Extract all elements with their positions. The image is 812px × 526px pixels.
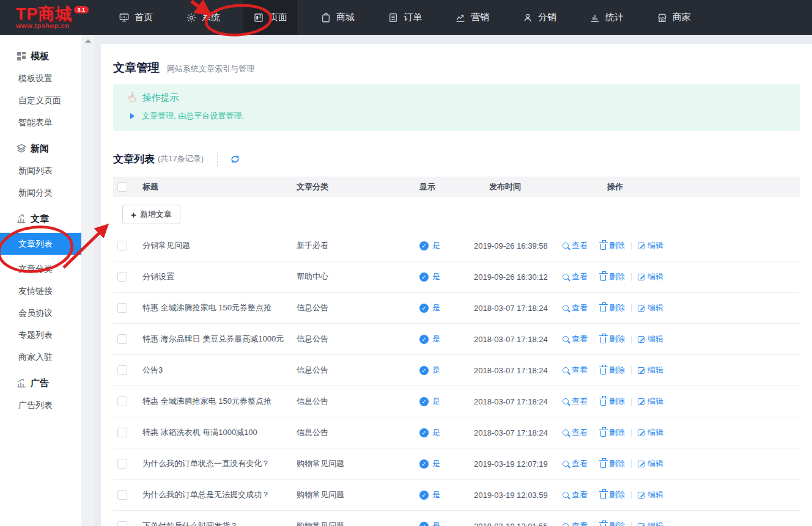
divider <box>631 367 632 374</box>
nav-item-merchant[interactable]: 商家 <box>647 0 701 35</box>
nav-item-mall[interactable]: 商城 <box>311 0 364 35</box>
visible-cell: ✓是 <box>419 396 440 407</box>
divider <box>631 460 632 468</box>
nav-item-page[interactable]: 页面 <box>243 0 297 35</box>
delete-link[interactable]: 删除 <box>600 334 625 345</box>
sidebar-group-template[interactable]: 模板 <box>0 45 81 67</box>
sidebar-item-member-agreement[interactable]: 会员协议 <box>0 302 81 324</box>
visible-cell: ✓是 <box>419 240 440 251</box>
edit-link[interactable]: 编辑 <box>638 458 663 469</box>
sidebar-item-friend-links[interactable]: 友情链接 <box>0 280 81 302</box>
group-title: 文章 <box>31 213 49 225</box>
row-checkbox[interactable] <box>117 428 127 437</box>
view-link[interactable]: 查看 <box>563 396 588 407</box>
store-icon <box>657 12 668 23</box>
visible-label: 是 <box>432 489 440 500</box>
view-link[interactable]: 查看 <box>563 334 588 345</box>
row-actions: 查看 删除 编辑 <box>563 271 663 282</box>
view-link[interactable]: 查看 <box>563 521 588 526</box>
row-checkbox[interactable] <box>117 272 127 282</box>
view-link[interactable]: 查看 <box>563 271 588 282</box>
delete-link[interactable]: 删除 <box>600 489 625 500</box>
sidebar-item-template-settings[interactable]: 模板设置 <box>0 67 81 89</box>
sidebar-item-news-list[interactable]: 新闻列表 <box>0 159 81 181</box>
article-title: 特惠 全城沸腾抢家电 150元券整点抢 <box>142 302 271 313</box>
magnifier-icon <box>563 429 569 436</box>
publish-time: 2018-03-07 17:18:24 <box>474 335 548 344</box>
group-title: 模板 <box>31 51 49 62</box>
list-title: 文章列表 <box>113 152 155 166</box>
delete-link[interactable]: 删除 <box>600 427 625 438</box>
nav-item-home[interactable]: 首页 <box>109 0 163 35</box>
delete-link[interactable]: 删除 <box>600 396 625 407</box>
delete-link[interactable]: 删除 <box>600 521 625 526</box>
row-checkbox[interactable] <box>117 365 127 375</box>
table-row: 下单付款后什么时间发货？ 购物常见问题 ✓是 2019-03-19 12:01:… <box>113 511 800 526</box>
edit-link[interactable]: 编辑 <box>638 489 663 500</box>
nav-item-system[interactable]: 系统 <box>176 0 230 35</box>
sidebar-group-ads[interactable]: 广告 <box>0 372 81 394</box>
edit-icon <box>638 274 644 280</box>
edit-link[interactable]: 编辑 <box>638 240 663 251</box>
scroll-up-arrow-icon[interactable] <box>85 39 91 43</box>
sidebar-item-merchant-entry[interactable]: 商家入驻 <box>0 346 81 368</box>
row-checkbox[interactable] <box>117 396 127 406</box>
refresh-button[interactable] <box>230 154 240 164</box>
sidebar-item-smart-form[interactable]: 智能表单 <box>0 111 81 133</box>
visible-cell: ✓是 <box>419 458 440 469</box>
delete-link[interactable]: 删除 <box>600 302 625 313</box>
nav-item-marketing[interactable]: 营销 <box>445 0 499 35</box>
sidebar-group-article[interactable]: 文章 <box>0 208 81 230</box>
visible-label: 是 <box>432 334 440 345</box>
row-checkbox[interactable] <box>117 490 127 500</box>
delete-link[interactable]: 删除 <box>600 240 625 251</box>
edit-link[interactable]: 编辑 <box>638 427 663 438</box>
row-checkbox[interactable] <box>117 303 127 313</box>
publish-time: 2019-03-19 12:03:59 <box>474 491 548 500</box>
edit-icon <box>638 243 644 249</box>
group-title: 新闻 <box>31 143 49 155</box>
nav-item-order[interactable]: 订单 <box>378 0 432 35</box>
edit-link[interactable]: 编辑 <box>638 302 663 313</box>
divider <box>631 522 632 526</box>
row-checkbox[interactable] <box>117 241 127 250</box>
divider <box>631 398 632 406</box>
sidebar-item-ad-list[interactable]: 广告列表 <box>0 394 81 416</box>
nav-item-distribution[interactable]: 分销 <box>512 0 566 35</box>
edit-link[interactable]: 编辑 <box>638 396 663 407</box>
view-link[interactable]: 查看 <box>563 240 588 251</box>
nav-item-stats[interactable]: 统计 <box>580 0 633 35</box>
delete-link[interactable]: 删除 <box>600 365 625 376</box>
view-link[interactable]: 查看 <box>563 458 588 469</box>
view-link[interactable]: 查看 <box>563 302 588 313</box>
visible-label: 是 <box>432 396 440 407</box>
add-article-button[interactable]: + 新增文章 <box>122 205 180 224</box>
select-all-checkbox[interactable] <box>117 182 127 192</box>
row-actions: 查看 删除 编辑 <box>563 427 663 438</box>
edit-link[interactable]: 编辑 <box>638 521 663 526</box>
article-category: 信息公告 <box>297 396 328 407</box>
delete-link[interactable]: 删除 <box>600 458 625 469</box>
view-link[interactable]: 查看 <box>563 427 588 438</box>
row-checkbox[interactable] <box>117 459 127 469</box>
edit-link[interactable]: 编辑 <box>638 365 663 376</box>
sidebar-item-article-category[interactable]: 文章分类 <box>0 258 81 280</box>
sidebar-item-news-category[interactable]: 新闻分类 <box>0 181 81 203</box>
divider <box>594 522 594 526</box>
sidebar-item-topic-list[interactable]: 专题列表 <box>0 324 81 346</box>
delete-link[interactable]: 删除 <box>600 271 625 282</box>
edit-link[interactable]: 编辑 <box>638 271 663 282</box>
view-link[interactable]: 查看 <box>563 489 588 500</box>
view-link[interactable]: 查看 <box>563 365 588 376</box>
sidebar-item-custom-page[interactable]: 自定义页面 <box>0 89 81 111</box>
sidebar-group-news[interactable]: 新闻 <box>0 137 81 159</box>
row-checkbox[interactable] <box>117 334 127 344</box>
sidebar-item-article-list[interactable]: 文章列表 <box>0 233 81 255</box>
sidebar-scrollbar[interactable] <box>81 35 95 526</box>
table-row: 为什么我的订单总是无法提交成功？ 购物常见问题 ✓是 2019-03-19 12… <box>113 480 800 511</box>
row-checkbox[interactable] <box>117 521 127 526</box>
edit-link[interactable]: 编辑 <box>638 334 663 345</box>
brand-logo[interactable]: TP商城3.1 www.tpshop.cn <box>0 6 99 29</box>
table-row: 公告3 信息公告 ✓是 2018-03-07 17:18:24 查看 删除 编辑 <box>113 355 800 386</box>
admin-page: TP商城3.1 www.tpshop.cn 首页 系统 页面 商城 订单 <box>0 0 812 526</box>
